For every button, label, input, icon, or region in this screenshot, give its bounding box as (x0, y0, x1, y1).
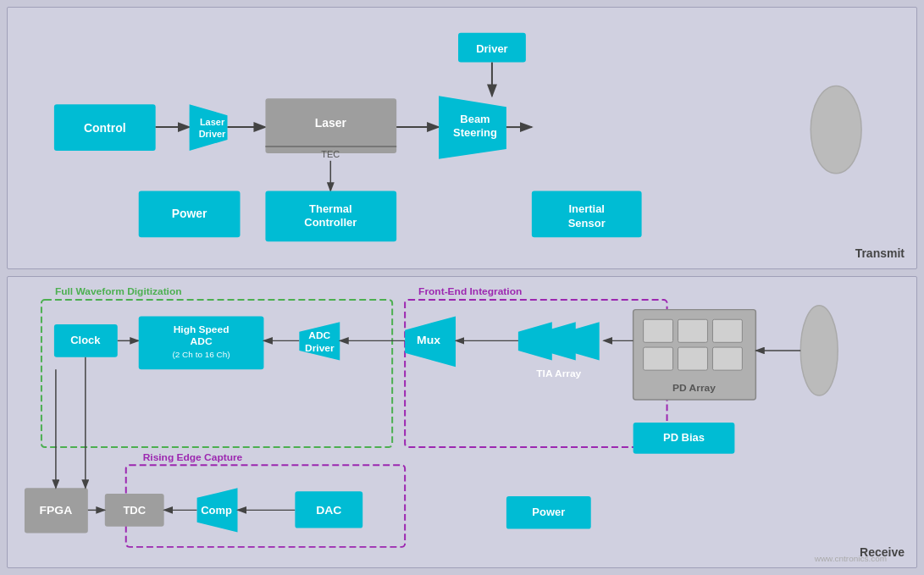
svg-rect-12 (265, 191, 396, 242)
svg-rect-32 (41, 300, 392, 447)
svg-text:High Speed: High Speed (174, 323, 230, 334)
svg-text:Power: Power (172, 207, 207, 220)
svg-text:Beam: Beam (460, 113, 490, 125)
svg-text:FPGA: FPGA (39, 504, 72, 517)
svg-text:Full Waveform Digitization: Full Waveform Digitization (55, 285, 182, 296)
svg-text:PD Array: PD Array (672, 382, 716, 393)
svg-rect-70 (25, 488, 88, 533)
svg-rect-41 (139, 316, 264, 369)
receive-section: Receive Full Waveform Digitization Front… (7, 276, 917, 568)
svg-text:Inertial: Inertial (568, 202, 605, 215)
svg-text:TEC: TEC (321, 149, 340, 159)
transmit-label: Transmit (855, 246, 905, 260)
svg-rect-61 (644, 347, 673, 370)
svg-rect-57 (634, 310, 756, 400)
svg-rect-22 (139, 191, 241, 238)
svg-marker-46 (299, 322, 340, 360)
main-container: Transmit Control Laser Driver Laser TEC (0, 0, 924, 575)
svg-text:Control: Control (84, 121, 126, 135)
svg-text:Rising Edge Capture: Rising Edge Capture (143, 452, 243, 463)
transmit-section: Transmit Control Laser Driver Laser TEC (7, 7, 917, 269)
svg-text:Controller: Controller (304, 216, 357, 229)
svg-text:Front-End Integration: Front-End Integration (418, 285, 522, 296)
svg-text:PD Bias: PD Bias (663, 431, 705, 444)
svg-text:Driver: Driver (476, 42, 507, 55)
svg-text:TDC: TDC (123, 504, 146, 517)
svg-rect-19 (458, 33, 526, 63)
svg-text:Sensor: Sensor (568, 217, 606, 229)
svg-rect-34 (405, 300, 667, 447)
svg-marker-76 (197, 488, 238, 532)
svg-rect-62 (678, 347, 708, 370)
svg-text:Laser: Laser (315, 116, 347, 130)
svg-text:ADC: ADC (308, 330, 330, 341)
svg-rect-0 (54, 104, 156, 151)
svg-text:Thermal: Thermal (309, 202, 351, 215)
receive-svg: Full Waveform Digitization Front-End Int… (8, 277, 916, 567)
svg-text:Steering: Steering (453, 126, 497, 139)
svg-rect-83 (506, 496, 591, 529)
svg-marker-54 (542, 322, 576, 360)
svg-rect-38 (54, 324, 118, 357)
svg-rect-36 (126, 465, 405, 547)
svg-rect-63 (712, 347, 742, 370)
svg-text:Comp: Comp (201, 504, 232, 517)
svg-rect-58 (644, 319, 673, 342)
svg-text:Power: Power (532, 506, 565, 518)
svg-marker-53 (566, 322, 600, 360)
svg-marker-16 (439, 96, 506, 159)
svg-rect-60 (712, 319, 742, 342)
transmit-svg: Control Laser Driver Laser TEC Thermal C… (8, 8, 916, 268)
svg-marker-55 (518, 322, 552, 360)
svg-text:(2 Ch to 16 Ch): (2 Ch to 16 Ch) (172, 350, 230, 359)
svg-rect-24 (532, 191, 642, 238)
svg-text:Laser: Laser (200, 117, 225, 127)
svg-text:Clock: Clock (70, 334, 101, 346)
svg-marker-50 (405, 316, 456, 367)
svg-marker-3 (190, 104, 228, 151)
svg-rect-79 (295, 491, 362, 528)
svg-rect-7 (265, 98, 396, 153)
svg-rect-72 (105, 494, 164, 527)
svg-rect-59 (678, 319, 708, 342)
svg-text:ADC: ADC (191, 335, 213, 346)
svg-text:Mux: Mux (417, 334, 440, 346)
svg-text:TIA Array: TIA Array (536, 368, 581, 379)
svg-text:Driver: Driver (199, 129, 226, 139)
svg-point-27 (811, 86, 861, 173)
svg-point-66 (800, 306, 838, 395)
svg-rect-68 (634, 423, 735, 454)
receive-label: Receive (860, 545, 905, 559)
svg-text:Driver: Driver (305, 342, 335, 353)
svg-text:DAC: DAC (316, 504, 341, 517)
